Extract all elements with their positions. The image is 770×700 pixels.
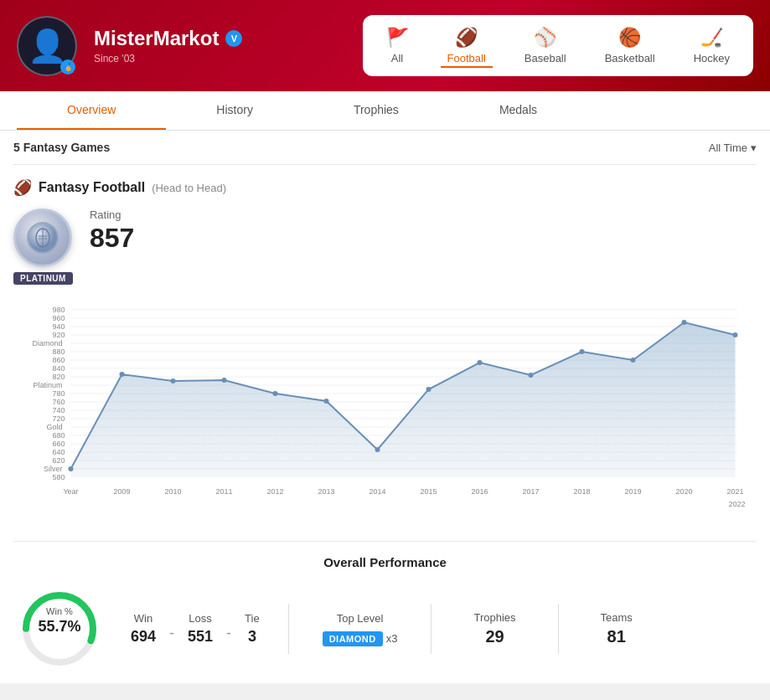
subnav-trophies[interactable]: Trophies: [303, 91, 449, 130]
verified-badge: V: [225, 30, 242, 47]
section-subtitle: (Head to Head): [152, 182, 226, 194]
sport-tabs: 🚩 All 🏈 Football ⚾ Baseball 🏀 Basketball…: [363, 15, 753, 76]
basketball-icon: 🏀: [618, 27, 641, 49]
rating-label: Rating: [90, 208, 134, 221]
subnav-medals[interactable]: Medals: [449, 91, 587, 130]
svg-text:Gold: Gold: [46, 423, 62, 431]
wlt-section: Win 694 - Loss 551 - Tie 3: [106, 612, 271, 646]
win-stat: Win 694: [119, 612, 168, 646]
subnav-history[interactable]: History: [166, 91, 303, 130]
top-level-row: DIAMOND x3: [323, 631, 398, 646]
svg-text:2011: 2011: [215, 487, 232, 496]
tab-hockey-label: Hockey: [694, 52, 730, 64]
svg-text:780: 780: [52, 389, 65, 398]
svg-point-73: [631, 358, 636, 363]
subnav-overview[interactable]: Overview: [17, 91, 166, 130]
tab-football-label: Football: [447, 52, 486, 64]
filter-bar: 5 Fantasy Games All Time ▾: [13, 131, 757, 165]
svg-text:2013: 2013: [318, 487, 334, 496]
svg-text:2017: 2017: [522, 487, 539, 496]
svg-text:920: 920: [52, 331, 65, 339]
overall-performance: Overall Performance Win % 55.7% Win 694: [13, 542, 757, 683]
tie-value: 3: [245, 628, 260, 646]
rating-section: Rating 857: [90, 208, 134, 254]
svg-point-74: [682, 320, 687, 325]
svg-text:980: 980: [52, 306, 65, 314]
svg-text:680: 680: [52, 431, 65, 440]
user-info: MisterMarkot V Since '03: [94, 27, 242, 64]
trophies-block: Trophies 29: [448, 611, 540, 646]
svg-text:940: 940: [52, 322, 65, 331]
svg-text:620: 620: [52, 456, 65, 465]
svg-text:720: 720: [52, 414, 65, 423]
svg-text:2022: 2022: [728, 500, 745, 508]
tab-baseball-label: Baseball: [525, 52, 566, 64]
sub-navigation: Overview History Trophies Medals: [0, 91, 770, 131]
diamond-badge: DIAMOND: [323, 631, 383, 646]
dash-2: -: [225, 625, 233, 642]
win-pct-value: 55.7%: [38, 618, 80, 636]
rating-value: 857: [90, 223, 134, 254]
tab-all[interactable]: 🚩 All: [380, 23, 416, 68]
tab-basketball-label: Basketball: [605, 52, 655, 64]
svg-point-66: [273, 391, 278, 396]
svg-text:Year: Year: [63, 487, 78, 496]
svg-point-69: [426, 387, 432, 392]
svg-text:2009: 2009: [113, 487, 130, 496]
svg-point-62: [69, 466, 74, 471]
trophy-badge: PLATINUM: [13, 208, 73, 285]
avatar-container: 👤 🏅: [17, 16, 77, 76]
win-label: Win: [131, 612, 156, 625]
svg-text:2016: 2016: [471, 487, 488, 496]
diamond-count: x3: [386, 632, 398, 645]
teams-block: Teams 81: [576, 611, 658, 646]
svg-text:760: 760: [52, 398, 65, 406]
football-section-icon: 🏈: [13, 178, 32, 197]
tab-hockey[interactable]: 🏒 Hockey: [687, 23, 736, 68]
tab-baseball[interactable]: ⚾ Baseball: [518, 23, 573, 68]
svg-text:2018: 2018: [573, 487, 590, 496]
rank-badge: 🏅: [60, 59, 75, 75]
divider-1: [288, 604, 289, 654]
rating-chart: 980 960 940 920 Diamond 880 860 840 820 …: [13, 293, 757, 528]
stats-row: Win % 55.7% Win 694 - Loss 551 - Tie 3: [13, 583, 757, 675]
loss-label: Loss: [188, 612, 213, 625]
svg-point-75: [733, 332, 738, 337]
top-level-label: Top Level: [337, 612, 384, 625]
username-row: MisterMarkot V: [94, 27, 242, 50]
tab-all-label: All: [391, 52, 403, 64]
teams-value: 81: [601, 627, 633, 646]
overall-title: Overall Performance: [13, 555, 757, 569]
win-value: 694: [131, 628, 156, 646]
svg-text:840: 840: [52, 364, 65, 373]
svg-point-65: [222, 378, 227, 383]
svg-text:Silver: Silver: [44, 465, 63, 473]
games-count-label: 5 Fantasy Games: [13, 141, 110, 154]
divider-2: [431, 604, 432, 654]
svg-text:2021: 2021: [726, 487, 743, 496]
time-filter[interactable]: All Time ▾: [709, 142, 757, 154]
username-text: MisterMarkot: [94, 27, 219, 50]
svg-text:740: 740: [52, 406, 65, 414]
svg-text:2020: 2020: [675, 487, 692, 496]
app-header: 👤 🏅 MisterMarkot V Since '03 🚩 All 🏈 Foo…: [0, 0, 770, 91]
teams-label: Teams: [601, 611, 633, 624]
tab-football[interactable]: 🏈 Football: [441, 23, 493, 68]
tab-basketball[interactable]: 🏀 Basketball: [598, 23, 662, 68]
svg-text:960: 960: [52, 314, 65, 322]
svg-point-70: [478, 360, 483, 365]
fantasy-header: PLATINUM Rating 857: [13, 208, 757, 285]
svg-text:580: 580: [52, 473, 65, 481]
svg-text:820: 820: [52, 373, 65, 381]
platinum-trophy: [13, 208, 72, 267]
win-pct-label: Win %: [46, 606, 73, 616]
loss-value: 551: [188, 628, 213, 646]
svg-text:860: 860: [52, 356, 65, 364]
svg-point-67: [324, 399, 329, 404]
chart-svg: 980 960 940 920 Diamond 880 860 840 820 …: [13, 293, 757, 528]
svg-text:2015: 2015: [420, 487, 437, 496]
baseball-icon: ⚾: [534, 27, 556, 49]
all-icon: 🚩: [386, 27, 409, 49]
member-since: Since '03: [94, 53, 242, 64]
dash-1: -: [168, 625, 176, 642]
